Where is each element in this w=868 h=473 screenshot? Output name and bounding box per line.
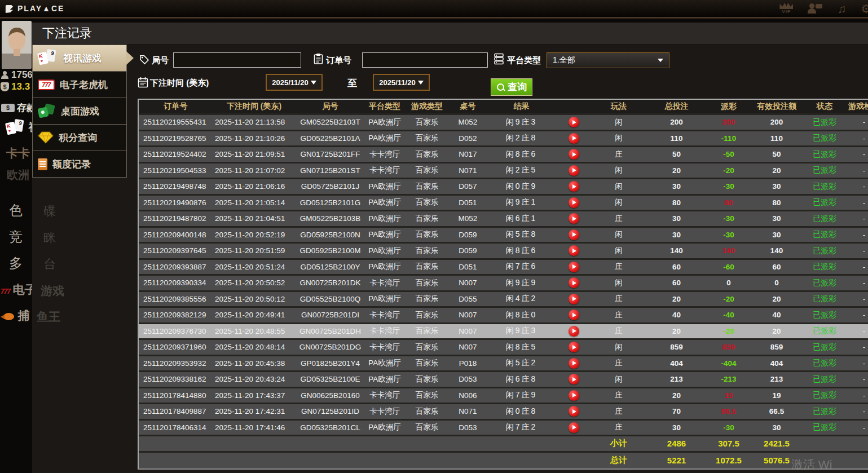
table-cell — [450, 453, 486, 469]
table-cell — [296, 453, 365, 469]
table-row[interactable]: 2511202195045332025-11-20 21:07:02GN0712… — [139, 163, 868, 180]
table-row[interactable]: 2511202194987482025-11-20 21:06:16GD0572… — [139, 179, 868, 196]
table-row[interactable]: 2511201784063142025-11-20 17:41:46GD0532… — [139, 421, 868, 437]
table-cell: 251120209338162 — [139, 372, 213, 387]
replay-play-button[interactable] — [569, 374, 579, 384]
sidebar-item-slots[interactable]: 777 电子老虎机 — [33, 72, 126, 98]
table-row[interactable]: 2511202194878022025-11-20 21:04:51GM0522… — [139, 211, 868, 228]
table-row[interactable]: 2511202094001482025-11-20 20:52:19GD0592… — [139, 228, 868, 244]
search-button[interactable]: 查询 — [491, 78, 532, 96]
replay-play-button[interactable] — [569, 262, 579, 272]
table-row[interactable]: 2511202093855562025-11-20 20:50:12GD0552… — [139, 292, 868, 308]
table-row[interactable]: 2511202093976452025-11-20 20:51:59GD0592… — [139, 244, 868, 260]
electronic-games-bg-tab[interactable]: 777 电子 — [1, 282, 36, 298]
table-row[interactable]: 2511202195287652025-11-20 21:10:26GD0522… — [139, 131, 868, 148]
app-window: PLAY▲CE VIP ♫ ⚙ 1756 $ 13.3 — [0, 0, 868, 473]
table-cell: 140 — [706, 244, 751, 258]
table-row[interactable]: 2511202093767302025-11-20 20:48:55GN0072… — [139, 324, 868, 341]
vip-icon[interactable]: VIP — [779, 3, 793, 14]
table-row[interactable]: 2511202195554312025-11-20 21:13:58GM0522… — [139, 115, 868, 131]
table-cell: 30 — [647, 228, 706, 242]
table-cell: 闲 — [591, 244, 647, 258]
table-cell: 40 — [647, 308, 706, 322]
table-cell: 百家乐 — [404, 163, 450, 178]
table-row[interactable]: 2511201784098872025-11-20 17:42:31GN0712… — [139, 404, 868, 421]
replay-play-button[interactable] — [569, 326, 579, 337]
replay-play-button[interactable] — [569, 133, 579, 144]
table-cell: 已派彩 — [802, 196, 847, 210]
table-cell: 80 — [706, 196, 751, 210]
to-label: 至 — [347, 77, 357, 90]
money-bag-icon: $ — [1, 82, 9, 91]
replay-play-button[interactable] — [569, 181, 579, 192]
side-tab-1[interactable]: 色 — [9, 201, 23, 219]
table-cell: 闲8庄0 — [486, 308, 557, 322]
table-cell: 卡卡湾厅 — [365, 276, 404, 290]
table-row[interactable]: 2511201784148802025-11-20 17:43:37GN0062… — [139, 388, 868, 405]
sidebar-item-table-games[interactable]: 桌面游戏 — [33, 98, 126, 124]
replay-play-button[interactable] — [569, 277, 579, 288]
table-cell: 已派彩 — [802, 228, 847, 242]
platform-select[interactable]: 1.全部 — [547, 52, 669, 68]
order-input[interactable] — [362, 52, 488, 68]
table-cell: 251120219504533 — [139, 163, 213, 178]
sidebar-item-points[interactable]: 积分查询 — [33, 125, 126, 151]
table-cell: - — [847, 131, 868, 146]
replay-play-button[interactable] — [569, 149, 579, 160]
replay-play-button[interactable] — [569, 342, 579, 352]
sidebar-item-video-games[interactable]: 9K 视讯游戏 — [33, 45, 126, 71]
replay-play-button[interactable] — [569, 358, 579, 369]
hall-tab-kaka[interactable]: 卡卡 — [6, 145, 30, 161]
table-row[interactable]: 2511202093539322025-11-20 20:45:38GP0182… — [139, 356, 868, 373]
replay-play-button[interactable] — [569, 213, 579, 224]
date-to-picker[interactable]: 2025/11/20 — [373, 74, 430, 91]
support-icon[interactable] — [808, 3, 822, 14]
side-tab-2[interactable]: 竞 — [9, 228, 23, 246]
table-cell: 已派彩 — [802, 276, 847, 290]
table-cell — [404, 436, 450, 451]
hall-tab-europe[interactable]: 欧洲 — [7, 167, 29, 183]
replay-play-button[interactable] — [569, 294, 579, 304]
replay-play-button[interactable] — [569, 229, 579, 240]
table-row[interactable]: 2511202195244022025-11-20 21:09:51GN0172… — [139, 147, 868, 163]
date-from-picker[interactable]: 2025/11/20 — [266, 74, 323, 91]
replay-play-button[interactable] — [569, 245, 579, 256]
table-row[interactable]: 2511202093719602025-11-20 20:48:14GN0072… — [139, 340, 868, 356]
table-cell: - — [847, 308, 868, 322]
replay-play-button[interactable] — [569, 197, 579, 208]
table-row[interactable]: 2511202093903342025-11-20 20:50:52GN0072… — [139, 276, 868, 292]
table-cell: -30 — [706, 228, 751, 242]
table-row[interactable]: 2511202194908762025-11-20 21:05:14GD0512… — [139, 196, 868, 212]
table-row[interactable]: 2511202093938872025-11-20 20:51:24GD0512… — [139, 260, 868, 276]
table-cell: -20 — [706, 292, 751, 307]
sidebar-item-quota[interactable]: 额度记录 — [33, 151, 126, 177]
table-cell: N007 — [450, 340, 486, 355]
table-cell: -30 — [706, 421, 751, 435]
replay-play-button[interactable] — [569, 117, 579, 127]
settings-gear-icon[interactable]: ⚙ — [861, 3, 868, 15]
deposit-button[interactable]: $ 存款 — [1, 101, 36, 114]
round-input[interactable] — [173, 52, 301, 68]
top-bar: PLAY▲CE VIP ♫ ⚙ — [0, 0, 868, 17]
table-row[interactable]: 2511202093821292025-11-20 20:49:41GN0072… — [139, 308, 868, 324]
table-cell: 闲 — [591, 340, 647, 355]
replay-cell — [557, 196, 591, 210]
table-cell: GM05225B2103B — [296, 211, 365, 226]
table-cell: 213 — [751, 372, 802, 387]
replay-play-button[interactable] — [569, 165, 579, 176]
table-cell: 251120209385556 — [139, 292, 213, 307]
music-icon[interactable]: ♫ — [837, 3, 846, 15]
logo-text: PLAY▲CE — [17, 4, 64, 13]
replay-play-button[interactable] — [569, 422, 579, 433]
table-cell: 251120209371960 — [139, 340, 213, 355]
replay-play-button[interactable] — [569, 406, 579, 417]
replay-play-button[interactable] — [569, 390, 579, 401]
bet-time-label: 下注时间 (美东) — [150, 78, 209, 89]
fishing-bg-tab[interactable]: 捕 — [1, 308, 29, 324]
replay-play-button[interactable] — [569, 310, 579, 320]
table-games-icon — [38, 104, 56, 119]
table-cell — [847, 436, 868, 451]
avatar[interactable] — [2, 21, 32, 69]
side-tab-3[interactable]: 多 — [9, 254, 23, 272]
table-row[interactable]: 2511202093381622025-11-20 20:43:24GD0532… — [139, 372, 868, 388]
